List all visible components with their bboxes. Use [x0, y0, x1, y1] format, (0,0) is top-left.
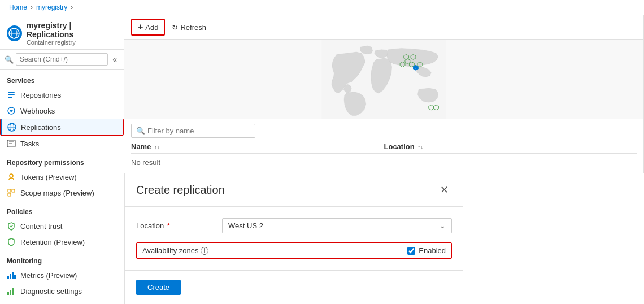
availability-zones-row: Availability zones i Enabled — [136, 242, 452, 259]
filter-search-icon: 🔍 — [136, 127, 145, 135]
sidebar-item-replications[interactable]: Replications — [0, 119, 124, 136]
sidebar-item-repositories[interactable]: Repositories — [0, 87, 124, 103]
sidebar-registry-name: myregistry | Replications — [27, 21, 117, 39]
breadcrumb-home[interactable]: Home — [9, 3, 27, 11]
globe-icon — [7, 123, 16, 132]
refresh-label: Refresh — [180, 23, 206, 32]
breadcrumb-registry[interactable]: myregistry — [36, 3, 67, 11]
sidebar-item-webhooks[interactable]: Webhooks — [0, 103, 124, 119]
collapse-button[interactable]: « — [110, 54, 119, 65]
tokens-icon — [7, 172, 16, 181]
scope-icon — [7, 188, 16, 197]
sidebar-item-content-trust[interactable]: Content trust — [0, 218, 124, 234]
svg-rect-4 — [8, 94, 15, 95]
svg-rect-18 — [10, 274, 11, 279]
section-label-services: Services — [0, 71, 124, 87]
svg-rect-19 — [12, 272, 14, 279]
repo-icon — [7, 90, 16, 99]
plus-icon: + — [138, 22, 143, 32]
webhook-icon — [7, 106, 16, 115]
scope-maps-label: Scope maps (Preview) — [20, 189, 94, 197]
filter-input[interactable] — [147, 127, 250, 135]
breadcrumb: Home › myregistry › — [0, 0, 644, 15]
webhooks-label: Webhooks — [20, 107, 55, 115]
svg-rect-17 — [7, 276, 9, 279]
sidebar: myregistry | Replications Container regi… — [0, 15, 124, 304]
filter-table-section: 🔍 Name ↑↓ Location ↑↓ No result — [124, 119, 643, 173]
diag-icon — [7, 286, 16, 296]
col-header-name: Name ↑↓ — [131, 142, 384, 151]
sidebar-item-retention[interactable]: Retention (Preview) — [0, 234, 124, 250]
metrics-label: Metrics (Preview) — [20, 271, 77, 280]
name-sort-icon[interactable]: ↑↓ — [154, 144, 160, 150]
retention-label: Retention (Preview) — [20, 238, 85, 246]
repositories-label: Repositories — [20, 91, 61, 99]
diagnostic-label: Diagnostic settings — [20, 287, 82, 296]
create-panel-header: Create replication ✕ — [125, 173, 463, 207]
svg-rect-16 — [8, 193, 11, 196]
enabled-checkbox-container: Enabled — [407, 246, 446, 255]
content-area: + Add ↻ Refresh — [124, 15, 644, 304]
section-label-monitoring: Monitoring — [0, 251, 124, 267]
create-form: Location * West US 2 ⌄ Availability zone… — [125, 207, 463, 270]
search-icon: 🔍 — [5, 55, 14, 64]
tokens-label: Tokens (Preview) — [20, 173, 77, 181]
sidebar-item-scope-maps[interactable]: Scope maps (Preview) — [0, 185, 124, 201]
sidebar-subtitle: Container registry — [27, 39, 117, 46]
location-sort-icon[interactable]: ↑↓ — [417, 144, 423, 150]
location-row: Location * West US 2 ⌄ — [136, 218, 452, 233]
registry-logo — [7, 25, 22, 41]
svg-rect-3 — [8, 92, 15, 93]
location-label: Location * — [136, 222, 215, 230]
enabled-label: Enabled — [419, 246, 446, 255]
filter-container: 🔍 — [131, 124, 255, 138]
no-result-label: No result — [131, 158, 160, 167]
svg-rect-21 — [7, 292, 9, 295]
sidebar-header: myregistry | Replications Container regi… — [0, 15, 124, 50]
toolbar: + Add ↻ Refresh — [124, 15, 643, 40]
create-panel-footer: Create — [125, 270, 463, 304]
tasks-icon — [7, 139, 16, 148]
section-label-repo-perms: Repository permissions — [0, 153, 124, 169]
svg-rect-20 — [14, 275, 16, 279]
svg-rect-14 — [8, 189, 11, 192]
info-icon[interactable]: i — [201, 247, 208, 255]
required-star: * — [167, 222, 170, 230]
refresh-button[interactable]: ↻ Refresh — [167, 21, 211, 34]
sidebar-item-metrics[interactable]: Metrics (Preview) — [0, 267, 124, 283]
sidebar-search-container: 🔍 « — [0, 50, 124, 70]
sidebar-item-diagnostic[interactable]: Diagnostic settings — [0, 283, 124, 299]
map-container: ✓ — [124, 40, 643, 119]
retention-icon — [7, 237, 16, 246]
svg-rect-5 — [8, 97, 12, 98]
replications-label: Replications — [21, 123, 61, 132]
refresh-icon: ↻ — [172, 23, 178, 32]
trust-icon — [7, 222, 16, 231]
create-button[interactable]: Create — [136, 280, 181, 295]
svg-text:✓: ✓ — [415, 67, 416, 70]
svg-rect-23 — [12, 288, 14, 295]
table-empty-row: No result — [131, 156, 637, 169]
search-input[interactable] — [16, 53, 108, 66]
enabled-checkbox[interactable] — [407, 247, 415, 255]
create-panel-title: Create replication — [136, 184, 225, 197]
create-panel: Create replication ✕ Location * West US … — [124, 173, 463, 304]
svg-rect-22 — [10, 290, 11, 295]
location-value: West US 2 — [228, 222, 263, 230]
location-select[interactable]: West US 2 ⌄ — [222, 218, 452, 233]
tasks-label: Tasks — [20, 140, 39, 148]
world-map: ✓ — [124, 40, 643, 119]
metrics-icon — [7, 271, 16, 280]
section-label-policies: Policies — [0, 202, 124, 218]
sidebar-item-tokens[interactable]: Tokens (Preview) — [0, 169, 124, 185]
map-panel: + Add ↻ Refresh — [124, 15, 644, 173]
close-button[interactable]: ✕ — [437, 183, 452, 197]
col-header-location: Location ↑↓ — [384, 142, 637, 151]
svg-rect-15 — [12, 189, 15, 192]
table-header: Name ↑↓ Location ↑↓ — [131, 142, 637, 154]
svg-point-13 — [10, 174, 13, 177]
add-button[interactable]: + Add — [131, 19, 165, 36]
avail-zone-label: Availability zones i — [142, 246, 208, 255]
add-label: Add — [145, 23, 158, 32]
sidebar-item-tasks[interactable]: Tasks — [0, 136, 124, 151]
